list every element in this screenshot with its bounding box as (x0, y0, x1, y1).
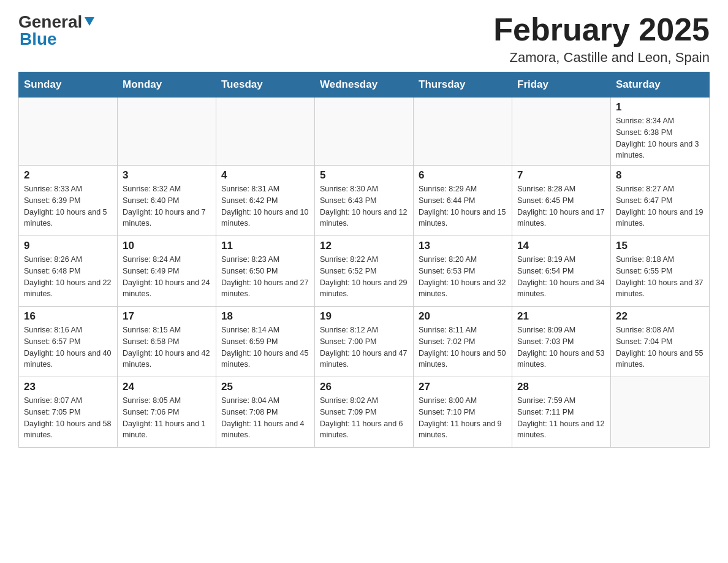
day-info: Sunrise: 8:04 AMSunset: 7:08 PMDaylight:… (221, 395, 309, 441)
day-info: Sunrise: 8:33 AMSunset: 6:39 PMDaylight:… (24, 183, 112, 229)
day-number: 13 (419, 240, 507, 252)
table-row: 3Sunrise: 8:32 AMSunset: 6:40 PMDaylight… (118, 166, 216, 236)
day-number: 16 (24, 310, 112, 323)
table-row: 4Sunrise: 8:31 AMSunset: 6:42 PMDaylight… (216, 166, 315, 236)
day-info: Sunrise: 8:11 AMSunset: 7:02 PMDaylight:… (419, 324, 507, 370)
day-number: 5 (320, 169, 408, 182)
day-number: 18 (221, 310, 309, 323)
calendar-header-row: Sunday Monday Tuesday Wednesday Thursday… (19, 72, 710, 98)
calendar-week-row: 9Sunrise: 8:26 AMSunset: 6:48 PMDaylight… (19, 236, 710, 307)
table-row: 18Sunrise: 8:14 AMSunset: 6:59 PMDayligh… (216, 307, 315, 377)
day-number: 24 (123, 381, 211, 393)
day-info: Sunrise: 8:22 AMSunset: 6:52 PMDaylight:… (320, 254, 408, 300)
day-info: Sunrise: 8:16 AMSunset: 6:57 PMDaylight:… (24, 324, 112, 370)
day-info: Sunrise: 8:07 AMSunset: 7:05 PMDaylight:… (24, 395, 112, 441)
table-row: 19Sunrise: 8:12 AMSunset: 7:00 PMDayligh… (315, 307, 414, 377)
table-row: 22Sunrise: 8:08 AMSunset: 7:04 PMDayligh… (611, 307, 710, 377)
day-info: Sunrise: 8:28 AMSunset: 6:45 PMDaylight:… (517, 183, 605, 229)
day-info: Sunrise: 8:05 AMSunset: 7:06 PMDaylight:… (123, 395, 211, 441)
calendar-title: February 2025 (493, 12, 710, 47)
day-number: 14 (517, 240, 605, 252)
day-info: Sunrise: 8:27 AMSunset: 6:47 PMDaylight:… (616, 183, 704, 229)
table-row (611, 377, 710, 448)
logo-blue: Blue (20, 29, 57, 49)
day-number: 6 (419, 169, 507, 182)
day-number: 15 (616, 240, 704, 252)
day-info: Sunrise: 8:31 AMSunset: 6:42 PMDaylight:… (221, 183, 309, 229)
calendar-week-row: 2Sunrise: 8:33 AMSunset: 6:39 PMDaylight… (19, 166, 710, 236)
day-number: 25 (221, 381, 309, 393)
col-monday: Monday (118, 72, 216, 98)
logo: General Blue (18, 12, 97, 49)
day-number: 4 (221, 169, 309, 182)
table-row: 28Sunrise: 7:59 AMSunset: 7:11 PMDayligh… (512, 377, 611, 448)
table-row: 17Sunrise: 8:15 AMSunset: 6:58 PMDayligh… (118, 307, 216, 377)
table-row: 11Sunrise: 8:23 AMSunset: 6:50 PMDayligh… (216, 236, 315, 307)
calendar-table: Sunday Monday Tuesday Wednesday Thursday… (18, 72, 710, 448)
table-row: 2Sunrise: 8:33 AMSunset: 6:39 PMDaylight… (19, 166, 118, 236)
table-row (118, 98, 216, 166)
calendar-week-row: 23Sunrise: 8:07 AMSunset: 7:05 PMDayligh… (19, 377, 710, 448)
table-row: 8Sunrise: 8:27 AMSunset: 6:47 PMDaylight… (611, 166, 710, 236)
day-number: 9 (24, 240, 112, 252)
day-info: Sunrise: 8:09 AMSunset: 7:03 PMDaylight:… (517, 324, 605, 370)
day-number: 23 (24, 381, 112, 393)
table-row: 16Sunrise: 8:16 AMSunset: 6:57 PMDayligh… (19, 307, 118, 377)
calendar-week-row: 16Sunrise: 8:16 AMSunset: 6:57 PMDayligh… (19, 307, 710, 377)
table-row: 15Sunrise: 8:18 AMSunset: 6:55 PMDayligh… (611, 236, 710, 307)
table-row: 9Sunrise: 8:26 AMSunset: 6:48 PMDaylight… (19, 236, 118, 307)
table-row: 1Sunrise: 8:34 AMSunset: 6:38 PMDaylight… (611, 98, 710, 166)
day-number: 26 (320, 381, 408, 393)
day-number: 7 (517, 169, 605, 182)
col-tuesday: Tuesday (216, 72, 315, 98)
day-number: 2 (24, 169, 112, 182)
svg-marker-0 (85, 17, 94, 26)
table-row: 12Sunrise: 8:22 AMSunset: 6:52 PMDayligh… (315, 236, 414, 307)
col-wednesday: Wednesday (315, 72, 414, 98)
day-number: 28 (517, 381, 605, 393)
day-number: 3 (123, 169, 211, 182)
day-info: Sunrise: 8:20 AMSunset: 6:53 PMDaylight:… (419, 254, 507, 300)
day-info: Sunrise: 8:32 AMSunset: 6:40 PMDaylight:… (123, 183, 211, 229)
day-info: Sunrise: 8:18 AMSunset: 6:55 PMDaylight:… (616, 254, 704, 300)
day-number: 22 (616, 310, 704, 323)
day-number: 27 (419, 381, 507, 393)
table-row (512, 98, 611, 166)
table-row (19, 98, 118, 166)
day-number: 12 (320, 240, 408, 252)
day-number: 1 (616, 101, 704, 113)
table-row: 10Sunrise: 8:24 AMSunset: 6:49 PMDayligh… (118, 236, 216, 307)
day-number: 8 (616, 169, 704, 182)
day-number: 17 (123, 310, 211, 323)
table-row: 20Sunrise: 8:11 AMSunset: 7:02 PMDayligh… (414, 307, 512, 377)
day-info: Sunrise: 8:02 AMSunset: 7:09 PMDaylight:… (320, 395, 408, 441)
table-row: 7Sunrise: 8:28 AMSunset: 6:45 PMDaylight… (512, 166, 611, 236)
day-info: Sunrise: 8:00 AMSunset: 7:10 PMDaylight:… (419, 395, 507, 441)
day-number: 21 (517, 310, 605, 323)
day-number: 19 (320, 310, 408, 323)
day-info: Sunrise: 8:30 AMSunset: 6:43 PMDaylight:… (320, 183, 408, 229)
day-info: Sunrise: 8:08 AMSunset: 7:04 PMDaylight:… (616, 324, 704, 370)
table-row (315, 98, 414, 166)
day-info: Sunrise: 8:14 AMSunset: 6:59 PMDaylight:… (221, 324, 309, 370)
table-row (414, 98, 512, 166)
col-friday: Friday (512, 72, 611, 98)
day-number: 11 (221, 240, 309, 252)
table-row: 5Sunrise: 8:30 AMSunset: 6:43 PMDaylight… (315, 166, 414, 236)
title-block: February 2025 Zamora, Castille and Leon,… (493, 12, 710, 66)
logo-arrow-icon (83, 15, 97, 28)
day-number: 20 (419, 310, 507, 323)
table-row (216, 98, 315, 166)
day-info: Sunrise: 7:59 AMSunset: 7:11 PMDaylight:… (517, 395, 605, 441)
table-row: 6Sunrise: 8:29 AMSunset: 6:44 PMDaylight… (414, 166, 512, 236)
col-sunday: Sunday (19, 72, 118, 98)
day-info: Sunrise: 8:26 AMSunset: 6:48 PMDaylight:… (24, 254, 112, 300)
calendar-week-row: 1Sunrise: 8:34 AMSunset: 6:38 PMDaylight… (19, 98, 710, 166)
table-row: 25Sunrise: 8:04 AMSunset: 7:08 PMDayligh… (216, 377, 315, 448)
page-header: General Blue February 2025 Zamora, Casti… (18, 12, 710, 66)
table-row: 21Sunrise: 8:09 AMSunset: 7:03 PMDayligh… (512, 307, 611, 377)
day-info: Sunrise: 8:29 AMSunset: 6:44 PMDaylight:… (419, 183, 507, 229)
day-info: Sunrise: 8:12 AMSunset: 7:00 PMDaylight:… (320, 324, 408, 370)
col-thursday: Thursday (414, 72, 512, 98)
table-row: 26Sunrise: 8:02 AMSunset: 7:09 PMDayligh… (315, 377, 414, 448)
